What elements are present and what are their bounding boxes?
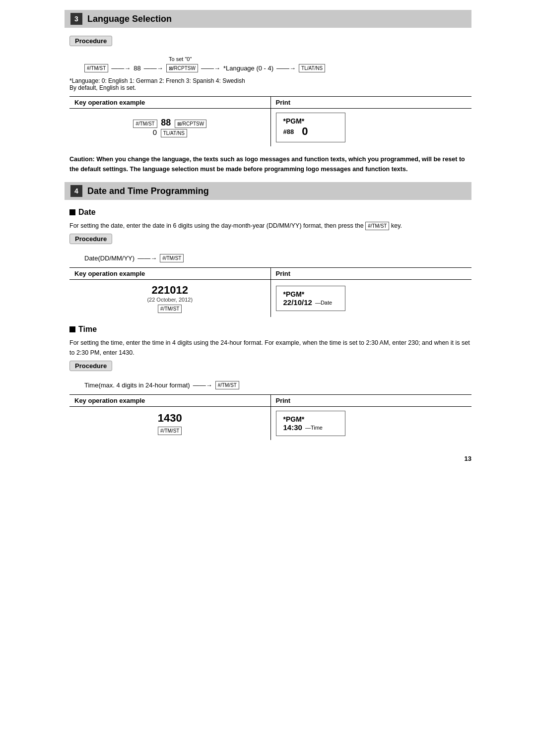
key-tmst-date-ex: #/TM/ST (158, 305, 182, 313)
section3: 3 Language Selection Procedure To set "0… (65, 10, 471, 174)
key-tmst-1: #/TM/ST (84, 64, 108, 72)
section3-print: *PGM* #88 0 (270, 109, 471, 147)
date-kp-row: 221012 (22 October, 2012) #/TM/ST *PGM* (69, 280, 471, 317)
section3-kp-table: Key operation example Print #/TM/ST 88 ⊠… (69, 96, 471, 146)
date-note: (22 October, 2012) (74, 297, 266, 303)
print-val-0: 0 (302, 125, 308, 138)
print-val-88: #88 (283, 128, 294, 135)
time-print-label: —Time (305, 425, 323, 431)
time-body-text: For setting the time, enter the time in … (69, 339, 470, 356)
section3-flow: To set "0" #/TM/ST ——→ 88 ——→ ⊠/RCPTSW —… (69, 56, 471, 72)
date-title: Date (78, 208, 96, 217)
caution-label: Caution: (69, 156, 95, 163)
val-0: 0 (153, 128, 157, 136)
time-kp-table: Key operation example Print 1430 #/TM/ST (69, 394, 471, 440)
date-print-line: 22/10/12 —Date (283, 298, 338, 307)
time-print: *PGM* 14:30 —Time (270, 407, 471, 441)
key-tmst-date-flow: #/TM/ST (160, 254, 184, 262)
time-procedure-badge: Procedure (69, 361, 112, 371)
print-box-date: *PGM* 22/10/12 —Date (276, 286, 345, 311)
language-note-1: *Language: 0: English 1: German 2: Frenc… (69, 77, 471, 84)
date-flow: Date(DD/MM/YY) ——→ #/TM/ST (84, 254, 471, 262)
arrow3: ——→ (201, 64, 220, 72)
date-print-label: —Date (315, 300, 332, 306)
language-range: *Language (0 - 4) (223, 64, 273, 72)
key-rcptsw-ex: ⊠/RCPTSW (175, 120, 206, 128)
section3-header: 3 Language Selection (65, 10, 471, 28)
pgm-text-time: *PGM* (283, 415, 338, 423)
language-notes: *Language: 0: English 1: German 2: Frenc… (69, 77, 471, 91)
val-88: 88 (161, 118, 171, 127)
date-print-val: 22/10/12 (283, 298, 312, 307)
time-title: Time (78, 325, 97, 334)
arrow4: ——→ (276, 64, 296, 72)
date-section: Date For setting the date, enter the dat… (69, 208, 471, 317)
to-set-annotation: To set "0" (169, 56, 471, 62)
section4-title: Date and Time Programming (87, 186, 209, 196)
date-procedure-badge: Procedure (69, 234, 112, 244)
caution-text: When you change the language, the texts … (69, 156, 465, 173)
key-tmst-ex: #/TM/ST (133, 120, 157, 128)
pgm-text-date: *PGM* (283, 290, 338, 298)
section3-caution: Caution: When you change the language, t… (69, 154, 471, 174)
section3-key-op: #/TM/ST 88 ⊠/RCPTSW 0 TL/AT/NS (69, 109, 270, 147)
time-kp-row: 1430 #/TM/ST *PGM* 14:30 (69, 407, 471, 441)
section4-number: 4 (70, 185, 82, 197)
time-flow-step1: Time(max. 4 digits in 24-hour format) (84, 381, 190, 389)
black-square-date (69, 209, 75, 215)
black-square-time (69, 326, 75, 332)
time-key-op: 1430 #/TM/ST (69, 407, 270, 441)
date-header: Date (69, 208, 471, 217)
time-print-line: 14:30 —Time (283, 423, 338, 432)
date-body-text: For setting the date, enter the date in … (69, 222, 364, 229)
date-large-num: 221012 (74, 284, 266, 297)
date-print: *PGM* 22/10/12 —Date (270, 280, 471, 317)
key-tmst-time-flow: #/TM/ST (215, 381, 239, 389)
time-body: For setting the time, enter the time in … (69, 338, 471, 358)
arrow2: ——→ (144, 64, 163, 72)
time-print-header: Print (270, 395, 471, 407)
date-body-suffix: key. (391, 222, 402, 229)
time-arrow: ——→ (193, 381, 212, 389)
key-tlat-ex: TL/AT/NS (161, 129, 187, 137)
step1-val: 88 (134, 64, 140, 72)
date-key-op-header: Key operation example (69, 268, 270, 280)
section4: 4 Date and Time Programming Date For set… (65, 182, 471, 440)
section3-number: 3 (70, 13, 82, 25)
date-body: For setting the date, enter the date in … (69, 221, 471, 231)
section3-kp-row: #/TM/ST 88 ⊠/RCPTSW 0 TL/AT/NS *PGM* (69, 109, 471, 147)
key-op-header: Key operation example (69, 97, 270, 109)
time-section: Time For setting the time, enter the tim… (69, 325, 471, 440)
key-rcptsw: ⊠/RCPTSW (166, 64, 198, 72)
language-note-2: By default, English is set. (69, 84, 471, 91)
time-flow: Time(max. 4 digits in 24-hour format) ——… (84, 381, 471, 389)
arrow1: ——→ (111, 64, 131, 72)
date-key-op: 221012 (22 October, 2012) #/TM/ST (69, 280, 270, 317)
print-header: Print (270, 97, 471, 109)
date-print-header: Print (270, 268, 471, 280)
key-tlat: TL/AT/NS (299, 64, 325, 72)
print-box-1: *PGM* #88 0 (276, 113, 345, 142)
time-print-val: 14:30 (283, 423, 302, 432)
section3-flow-row: #/TM/ST ——→ 88 ——→ ⊠/RCPTSW ——→ *Languag… (84, 64, 471, 72)
page-number: 13 (65, 455, 471, 462)
date-arrow: ——→ (137, 254, 157, 262)
time-large-num: 1430 (74, 412, 266, 425)
time-key-op-header: Key operation example (69, 395, 270, 407)
key-tmst-date-body: #/TM/ST (365, 222, 389, 230)
section4-header: 4 Date and Time Programming (65, 182, 471, 200)
key-tmst-time-ex: #/TM/ST (158, 427, 182, 435)
time-header: Time (69, 325, 471, 334)
section3-title: Language Selection (87, 14, 172, 24)
date-kp-table: Key operation example Print 221012 (22 O… (69, 267, 471, 317)
date-flow-step1: Date(DD/MM/YY) (84, 254, 134, 262)
print-box-time: *PGM* 14:30 —Time (276, 411, 345, 436)
section3-procedure-badge: Procedure (69, 36, 112, 46)
pgm-text-1: *PGM* (283, 117, 338, 125)
